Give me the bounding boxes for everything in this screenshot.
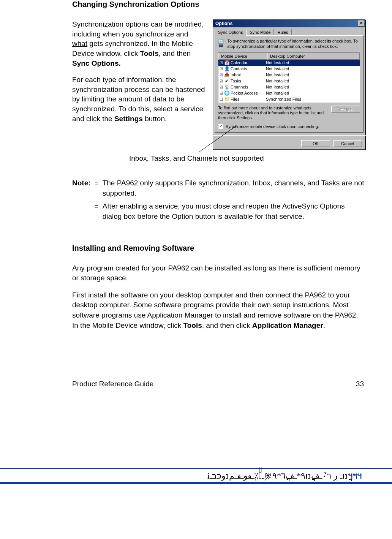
footer-title: Product Reference Guide: [72, 380, 153, 388]
row-status: Not Installed: [263, 91, 360, 95]
settings-button[interactable]: Settings...: [331, 106, 360, 112]
intro-text: Synchronization options can be modified,…: [72, 19, 205, 130]
table-row[interactable]: ☐📁FilesSynchronized Files: [218, 96, 360, 102]
section-heading-sync: Changing Synchronization Options: [72, 0, 365, 9]
info-icon: 🔄🖥️: [218, 39, 224, 49]
row-status: Synchronized Files: [263, 97, 360, 101]
row-status: Not Installed: [263, 60, 360, 65]
pdf-artifact-text: ֲנוـ ڔ ٠ำـفֲנו٩*ـفֲ٦*٩֎֑ـמֹ֒٪֑ـفوـفـمנوכ…: [207, 469, 348, 482]
note-block: Note: =The PA962 only supports File sync…: [72, 178, 365, 224]
row-device-label: Channels: [230, 85, 263, 89]
annotation-callout: Inbox, Tasks, and Channels not supported: [129, 153, 365, 163]
row-device-label: Calendar: [230, 60, 263, 65]
install-paragraph-2: First install the software on your deskt…: [72, 290, 365, 330]
row-icon: 🌐: [224, 90, 230, 96]
table-row[interactable]: ☑✔TasksNot Installed: [218, 78, 360, 84]
row-status: Not Installed: [263, 73, 360, 77]
note-bullet: =: [95, 201, 99, 221]
row-checkbox[interactable]: ☑: [218, 85, 224, 89]
text-what: what: [72, 40, 87, 47]
titlebar: Options ✕: [213, 20, 365, 27]
text-when: when: [103, 30, 120, 38]
row-icon: ✔: [224, 78, 230, 84]
clock-sync-checkbox[interactable]: ✓: [218, 124, 223, 129]
clock-sync-checkbox-row[interactable]: ✓ Synchronize mobile device clock upon c…: [218, 124, 360, 129]
row-checkbox[interactable]: ☑: [218, 67, 224, 71]
table-row[interactable]: ☑👤ContactsNot Installed: [218, 66, 360, 72]
header-desktop-computer[interactable]: Desktop Computer: [267, 53, 360, 60]
page-number: 33: [356, 380, 364, 388]
window-title: Options: [215, 21, 232, 26]
tab-sync-mode[interactable]: Sync Mode: [246, 29, 274, 35]
table-row[interactable]: ☑📅CalendarNot Installed: [218, 60, 360, 66]
options-dialog: Options ✕ Sync Options Sync Mode Rules 🔄…: [213, 19, 365, 150]
install-paragraph-1: Any program created for your PA962 can b…: [72, 263, 365, 283]
text-app-manager: Application Manager: [252, 321, 323, 329]
ok-button[interactable]: OK: [301, 140, 330, 147]
tabs: Sync Options Sync Mode Rules: [213, 27, 365, 35]
info-text: To synchronize a particular type of info…: [227, 39, 360, 49]
row-device-label: Pocket Access: [230, 91, 263, 95]
dialog-buttons: OK Cancel: [213, 138, 365, 149]
tab-panel-sync-options: 🔄🖥️ To synchronize a particular type of …: [215, 35, 364, 133]
list-header: Mobile Device Desktop Computer: [218, 53, 360, 60]
row-checkbox[interactable]: ☑: [218, 61, 224, 65]
page-footer: Product Reference Guide 33: [72, 380, 365, 388]
tab-rules[interactable]: Rules: [274, 29, 291, 35]
row-device-label: Contacts: [230, 66, 263, 71]
pdf-footer-artifact: ฯฯฯ ֲנוـ ڔ ٠ำـفֲנו٩*ـفֲ٦*٩֎֑ـמֹ֒٪֑ـفوـفـ…: [0, 468, 392, 484]
section-heading-install: Installing and Removing Software: [72, 244, 365, 253]
clock-sync-label: Synchronize mobile device clock upon con…: [226, 124, 319, 129]
text-tools: Tools: [140, 49, 158, 57]
text-tools: Tools: [183, 321, 202, 329]
sync-listbox: Mobile Device Desktop Computer ☑📅Calenda…: [218, 52, 360, 103]
divider: [210, 135, 368, 136]
row-status: Not Installed: [263, 85, 360, 89]
tab-sync-options[interactable]: Sync Options: [215, 29, 246, 36]
cancel-button[interactable]: Cancel: [333, 140, 362, 147]
customize-help-text: To find out more about and to customize …: [218, 106, 328, 121]
row-icon: 📅: [224, 60, 230, 65]
text: , and then: [159, 49, 191, 57]
close-button[interactable]: ✕: [358, 21, 364, 27]
row-status: Not Installed: [263, 66, 360, 71]
note-item: After enabling a service, you must close…: [103, 201, 365, 221]
row-icon: 👤: [224, 66, 230, 71]
table-row[interactable]: ☑🌐Pocket AccessNot Installed: [218, 90, 360, 96]
row-checkbox[interactable]: ☑: [218, 91, 224, 95]
row-status: Not Installed: [263, 79, 360, 83]
text-sync-options: Sync Options.: [72, 59, 121, 67]
row-icon: 📁: [224, 96, 230, 102]
table-row[interactable]: ☑📡ChannelsNot Installed: [218, 84, 360, 90]
header-mobile-device[interactable]: Mobile Device: [218, 53, 267, 60]
note-label: Note:: [72, 178, 91, 224]
row-device-label: Inbox: [230, 73, 263, 77]
row-icon: 📥: [224, 72, 230, 77]
text-settings: Settings: [114, 115, 143, 123]
row-device-label: Files: [230, 97, 263, 101]
text: you synchronize and: [120, 30, 188, 38]
table-row[interactable]: ☑📥InboxNot Installed: [218, 72, 360, 78]
row-device-label: Tasks: [230, 79, 263, 83]
row-checkbox[interactable]: ☐: [218, 97, 224, 101]
pdf-artifact-lead: ฯฯฯ: [348, 469, 362, 482]
row-checkbox[interactable]: ☑: [218, 73, 224, 77]
text: button.: [143, 115, 167, 123]
row-checkbox[interactable]: ☑: [218, 79, 224, 83]
row-icon: 📡: [224, 84, 230, 90]
note-bullet: =: [95, 178, 99, 198]
note-item: The PA962 only supports File synchroniza…: [103, 178, 365, 198]
